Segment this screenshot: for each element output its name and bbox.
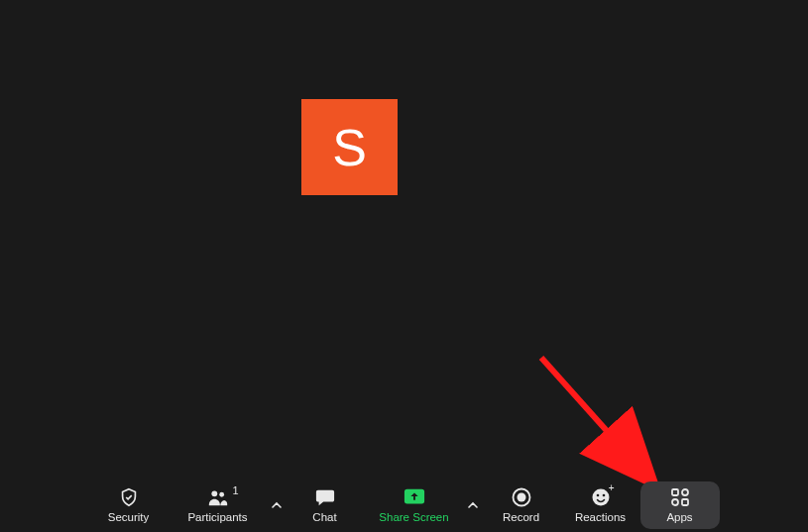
share-screen-icon — [404, 486, 425, 508]
chevron-up-icon — [272, 500, 282, 510]
people-icon: 1 — [207, 486, 229, 508]
avatar-tile: S — [301, 99, 398, 195]
apps-button[interactable]: Apps — [640, 481, 720, 529]
svg-point-2 — [211, 490, 217, 496]
share-options-button[interactable] — [464, 481, 482, 529]
smile-icon: + — [590, 486, 612, 508]
record-button[interactable]: Record — [482, 481, 561, 529]
chat-button[interactable]: Chat — [286, 481, 365, 529]
reactions-label: Reactions — [575, 510, 626, 524]
svg-rect-10 — [672, 489, 678, 495]
participants-options-button[interactable] — [268, 481, 286, 529]
participants-label: Participants — [187, 510, 247, 524]
svg-point-6 — [517, 492, 525, 501]
security-button[interactable]: Security — [89, 481, 169, 529]
participants-button[interactable]: 1 Participants — [169, 481, 268, 529]
chat-label: Chat — [312, 510, 336, 524]
svg-point-11 — [682, 489, 688, 495]
apps-label: Apps — [666, 510, 692, 524]
avatar-initial: S — [332, 118, 367, 177]
chat-icon — [314, 486, 336, 508]
record-icon — [511, 486, 532, 508]
svg-rect-13 — [682, 499, 688, 505]
apps-icon — [669, 486, 691, 508]
plus-mini-icon: + — [609, 482, 615, 493]
svg-line-1 — [541, 358, 649, 479]
reactions-button[interactable]: + Reactions — [561, 481, 640, 529]
meeting-stage: S Security — [0, 0, 808, 532]
share-screen-button[interactable]: Share Screen — [365, 481, 464, 529]
chevron-up-icon — [468, 500, 478, 510]
toolbar-inner: Security 1 Participants — [89, 481, 720, 529]
shield-icon — [118, 486, 140, 508]
meeting-toolbar: Security 1 Participants — [0, 478, 808, 532]
svg-point-7 — [592, 488, 609, 505]
security-label: Security — [108, 510, 150, 524]
participants-count: 1 — [232, 484, 238, 496]
share-screen-label: Share Screen — [379, 510, 448, 524]
record-label: Record — [503, 510, 539, 524]
svg-point-8 — [596, 493, 599, 496]
svg-point-9 — [602, 493, 605, 496]
svg-point-12 — [672, 499, 678, 505]
svg-point-3 — [219, 491, 224, 496]
